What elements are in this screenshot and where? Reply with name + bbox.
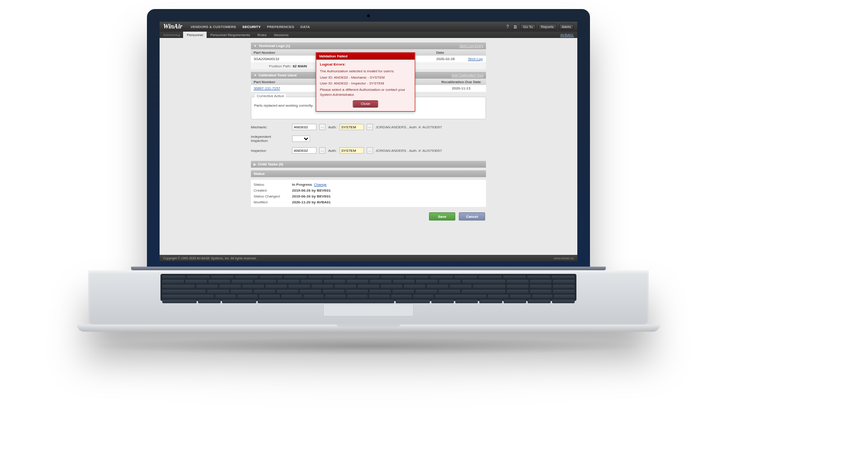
panel-title: Technical Logs (1) [259,44,290,48]
auth-lookup-button[interactable]: … [367,124,373,130]
inspector-lookup-button[interactable]: … [319,147,326,154]
trackpad [323,304,414,316]
dialog-line: User ID: ANDE02 - Inspector - SYSTEM [320,81,411,86]
nav-security[interactable]: SECURITY [242,25,260,29]
changed-value: 2019-06-26 by BEVE01 [292,194,330,198]
col-recal-date: Recalibration Due Date [436,80,486,84]
camera-dot [367,14,370,17]
dialog-line: User ID: ANDE02 - Mechanic - SYSTEM [320,75,411,80]
laptop-bezel: WinAir VENDORS & CUSTOMERS SECURITY PREF… [147,9,590,267]
laptop-deck [88,270,649,324]
mechanic-row: Mechanic: … Auth: … JORDAN ANDERS , Auth… [251,124,486,130]
nav-data[interactable]: DATA [301,25,310,29]
content-area: ▼ Technical Logs (1) Tech Log Entry Part… [160,38,577,255]
col-date: Date [436,51,468,55]
tool-part-link[interactable]: 30897-131-7157 [254,86,280,90]
panel-child-tasks[interactable]: ▶ Child Tasks (0) [251,161,486,168]
top-bar: WinAir VENDORS & CUSTOMERS SECURITY PREF… [160,22,577,32]
document-icon[interactable]: 🗎 [513,24,518,29]
auth-lookup-button[interactable]: … [367,147,373,154]
auth-label: Auth: [328,125,337,129]
tab-personnel[interactable]: Personnel [183,32,207,38]
module-label: AdminSetup [163,33,183,37]
indep-label: Independent Inspection: [251,135,289,143]
inspector-auth-input[interactable] [340,147,364,154]
cell-due: 2020-11-13 [436,86,486,90]
user-code-link[interactable]: AVBA01 [560,33,577,37]
shadow [84,337,653,355]
status-label: Status: [254,183,292,187]
inspector-label: Inspector: [251,149,289,153]
expand-icon[interactable]: ▶ [254,163,256,166]
modified-value: 2020-11-20 by AVBA01 [292,200,330,204]
footer-url: www.winair.ca [554,257,574,260]
nav-preferences[interactable]: PREFERENCES [267,25,294,29]
sub-bar: AdminSetup Personnel Personnel Requireme… [160,32,577,38]
panel-status-header: Status [251,170,486,177]
collapse-icon[interactable]: ▼ [254,44,257,47]
mechanic-readout: JORDAN ANDERS , Auth. #: AUS793097 [376,125,442,129]
keyboard [160,274,576,301]
cell-date: 2020-02-28 [436,57,468,61]
top-nav: VENDORS & CUSTOMERS SECURITY PREFERENCES… [190,25,310,29]
help-icon[interactable]: ? [505,24,510,29]
laptop-lip [77,324,660,332]
dialog-heading: Logical Errors: [320,62,411,67]
dialog-line: The Authorization selected is invalid fo… [320,69,411,74]
dialog-close-button[interactable]: Close [353,100,378,108]
pospath-label: Position Path: [269,64,291,68]
status-grid: Status: In Progress Change Created: 2019… [251,180,486,207]
tab-sessions[interactable]: Sessions [270,32,292,38]
collapse-icon[interactable]: ▼ [254,74,257,77]
pospath-value: 62 MAIN [292,64,307,68]
mechanic-auth-input[interactable] [340,124,364,130]
tech-log-link[interactable]: Tech Log [468,57,482,61]
app-footer: Copyright © 1995-2020 AV-BASE Systems, I… [160,255,577,261]
inspector-id-input[interactable] [292,147,316,154]
inspector-row: Inspector: … Auth: … JORDAN ANDERS , Aut… [251,147,486,154]
legend: Corrective Action [255,94,286,98]
indep-select[interactable] [292,136,310,142]
panel-title: Status [254,172,264,176]
inspector-readout: JORDAN ANDERS , Auth. #: AUS793097 [376,149,442,153]
tab-personnel-reqs[interactable]: Personnel Requirements [207,32,254,38]
created-label: Created: [254,188,292,193]
validation-dialog: Validation Failed Logical Errors: The Au… [316,52,415,112]
created-value: 2019-06-26 by BEVE01 [292,188,330,193]
cancel-button[interactable]: Cancel [459,212,485,221]
nav-vendors[interactable]: VENDORS & CUSTOMERS [190,25,236,29]
status-value: In Progress [292,183,312,187]
mechanic-label: Mechanic: [251,125,289,129]
modified-label: Modified: [254,200,292,204]
dialog-line: Please select a different Authorization … [320,88,411,98]
add-cal-tool-link[interactable]: Add Calibrated Tool [452,73,483,77]
mechanic-lookup-button[interactable]: … [319,124,326,130]
indep-row: Independent Inspection: [251,135,486,143]
reports-button[interactable]: Reports [538,24,557,30]
panel-title: Calibrated Tools Used [259,73,297,77]
panel-title: Child Tasks (0) [258,162,283,166]
brand-logo: WinAir [163,23,182,30]
save-button[interactable]: Save [429,212,455,221]
dialog-title: Validation Failed [316,53,415,60]
goto-button[interactable]: Go To [520,24,535,30]
app-screen: WinAir VENDORS & CUSTOMERS SECURITY PREF… [160,22,577,261]
tab-roles[interactable]: Roles [254,32,270,38]
status-change-link[interactable]: Change [314,183,326,187]
auth-label: Auth: [328,149,337,153]
changed-label: Status Changed: [254,194,292,198]
copyright: Copyright © 1995-2020 AV-BASE Systems, I… [163,257,257,260]
mechanic-id-input[interactable] [292,124,316,130]
alerts-button[interactable]: Alerts [559,24,574,30]
tech-log-entry-link[interactable]: Tech Log Entry [459,44,483,48]
laptop-hinge [131,267,606,270]
